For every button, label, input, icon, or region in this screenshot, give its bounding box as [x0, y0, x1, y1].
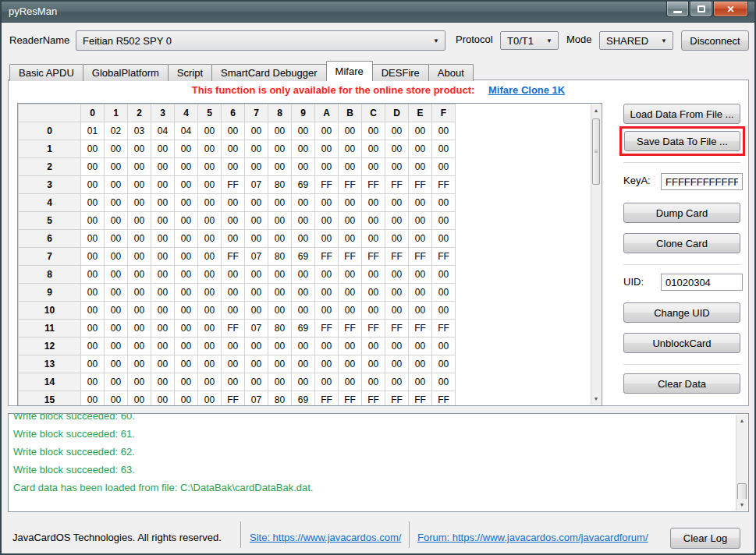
hex-cell[interactable]: 00: [315, 140, 339, 158]
hex-cell[interactable]: 80: [268, 320, 292, 338]
hex-row-header[interactable]: 1: [19, 140, 81, 158]
hex-cell[interactable]: 00: [128, 248, 151, 266]
hex-cell[interactable]: 00: [292, 338, 315, 355]
hex-cell[interactable]: 00: [128, 302, 151, 320]
hex-cell[interactable]: 00: [339, 122, 362, 140]
hex-col-header[interactable]: F: [432, 104, 456, 122]
hex-cell[interactable]: 00: [362, 355, 385, 373]
hex-cell[interactable]: 00: [245, 230, 268, 248]
hex-cell[interactable]: 00: [198, 176, 222, 194]
hex-cell[interactable]: 00: [175, 194, 198, 212]
hex-cell[interactable]: 00: [81, 194, 105, 212]
hex-cell[interactable]: 00: [409, 373, 432, 391]
hex-cell[interactable]: 00: [128, 284, 151, 302]
minimize-button[interactable]: [666, 2, 689, 17]
maximize-button[interactable]: [690, 2, 712, 17]
hex-cell[interactable]: FF: [409, 320, 432, 338]
hex-cell[interactable]: 00: [105, 355, 128, 373]
hex-cell[interactable]: 00: [362, 302, 385, 320]
hex-cell[interactable]: 80: [268, 176, 292, 194]
hex-cell[interactable]: 00: [315, 194, 339, 212]
hex-cell[interactable]: 00: [339, 230, 362, 248]
hex-row-header[interactable]: 7: [19, 248, 81, 266]
hex-cell[interactable]: 00: [385, 266, 409, 284]
hex-cell[interactable]: 00: [175, 302, 198, 320]
site-link[interactable]: Site: https://www.javacardos.com/: [250, 527, 401, 549]
hex-cell[interactable]: 00: [432, 355, 456, 373]
mifare-clone-link[interactable]: Mifare Clone 1K: [488, 84, 565, 96]
hex-cell[interactable]: 00: [198, 230, 222, 248]
hex-cell[interactable]: 00: [105, 391, 128, 407]
hex-cell[interactable]: 00: [105, 302, 128, 320]
hex-cell[interactable]: 00: [222, 266, 245, 284]
hex-cell[interactable]: 00: [151, 284, 175, 302]
reader-name-combobox[interactable]: Feitian R502 SPY 0 ▼: [76, 30, 445, 51]
hex-cell[interactable]: 00: [315, 122, 339, 140]
scroll-down-icon[interactable]: ▼: [736, 499, 747, 511]
hex-cell[interactable]: 00: [245, 140, 268, 158]
hex-row-header[interactable]: 0: [19, 122, 81, 140]
hex-cell[interactable]: 00: [128, 230, 151, 248]
hex-row-header[interactable]: 13: [19, 355, 81, 373]
hex-cell[interactable]: 00: [81, 284, 105, 302]
tab-globalplatform[interactable]: GlobalPlatform: [83, 64, 169, 81]
hex-cell[interactable]: FF: [315, 320, 339, 338]
hex-row-header[interactable]: 15: [19, 391, 81, 407]
hex-cell[interactable]: 00: [245, 194, 268, 212]
hex-cell[interactable]: 00: [198, 266, 222, 284]
hex-cell[interactable]: FF: [222, 391, 245, 407]
hex-cell[interactable]: 00: [128, 212, 151, 230]
hex-cell[interactable]: 00: [105, 230, 128, 248]
hex-cell[interactable]: 00: [151, 338, 175, 355]
hex-cell[interactable]: 00: [222, 338, 245, 355]
hex-cell[interactable]: 00: [385, 302, 409, 320]
hex-cell[interactable]: 00: [362, 194, 385, 212]
hex-cell[interactable]: 00: [128, 355, 151, 373]
hex-cell[interactable]: 00: [175, 266, 198, 284]
hex-cell[interactable]: 69: [292, 176, 315, 194]
hex-col-header[interactable]: 0: [81, 104, 105, 122]
hex-cell[interactable]: 00: [151, 194, 175, 212]
hex-cell[interactable]: FF: [222, 176, 245, 194]
hex-cell[interactable]: 00: [175, 176, 198, 194]
hex-cell[interactable]: 00: [339, 338, 362, 355]
hex-col-header[interactable]: 6: [222, 104, 245, 122]
hex-cell[interactable]: 00: [198, 338, 222, 355]
clear-log-button[interactable]: Clear Log: [670, 528, 740, 549]
hex-cell[interactable]: 00: [105, 194, 128, 212]
hex-cell[interactable]: 00: [81, 176, 105, 194]
hex-cell[interactable]: 00: [409, 302, 432, 320]
hex-cell[interactable]: 00: [222, 355, 245, 373]
hex-cell[interactable]: 00: [81, 140, 105, 158]
hex-col-header[interactable]: A: [315, 104, 339, 122]
hex-cell[interactable]: 00: [409, 212, 432, 230]
hex-cell[interactable]: 00: [81, 158, 105, 176]
hex-cell[interactable]: 00: [339, 284, 362, 302]
uid-input[interactable]: [661, 274, 743, 291]
hex-cell[interactable]: 00: [198, 391, 222, 407]
hex-cell[interactable]: 00: [81, 338, 105, 355]
hex-cell[interactable]: 00: [105, 373, 128, 391]
hex-cell[interactable]: 00: [105, 140, 128, 158]
log-scrollbar[interactable]: ▲ ▼: [736, 415, 747, 511]
hex-cell[interactable]: 00: [385, 122, 409, 140]
hex-cell[interactable]: 00: [268, 212, 292, 230]
hex-cell[interactable]: 00: [362, 230, 385, 248]
hex-cell[interactable]: 00: [128, 140, 151, 158]
hex-cell[interactable]: 00: [222, 284, 245, 302]
hex-cell[interactable]: 07: [245, 391, 268, 407]
hex-row-header[interactable]: 12: [19, 338, 81, 355]
keya-input[interactable]: [661, 173, 743, 190]
hex-cell[interactable]: 00: [339, 140, 362, 158]
hex-cell[interactable]: 07: [245, 176, 268, 194]
hex-cell[interactable]: 00: [292, 302, 315, 320]
hex-cell[interactable]: 00: [198, 194, 222, 212]
hex-cell[interactable]: 00: [151, 302, 175, 320]
hex-cell[interactable]: 00: [315, 338, 339, 355]
hex-cell[interactable]: 00: [315, 284, 339, 302]
hex-cell[interactable]: 00: [292, 266, 315, 284]
hex-cell[interactable]: FF: [385, 248, 409, 266]
hex-cell[interactable]: 69: [292, 391, 315, 407]
hex-cell[interactable]: 00: [81, 391, 105, 407]
hex-cell[interactable]: FF: [432, 391, 456, 407]
